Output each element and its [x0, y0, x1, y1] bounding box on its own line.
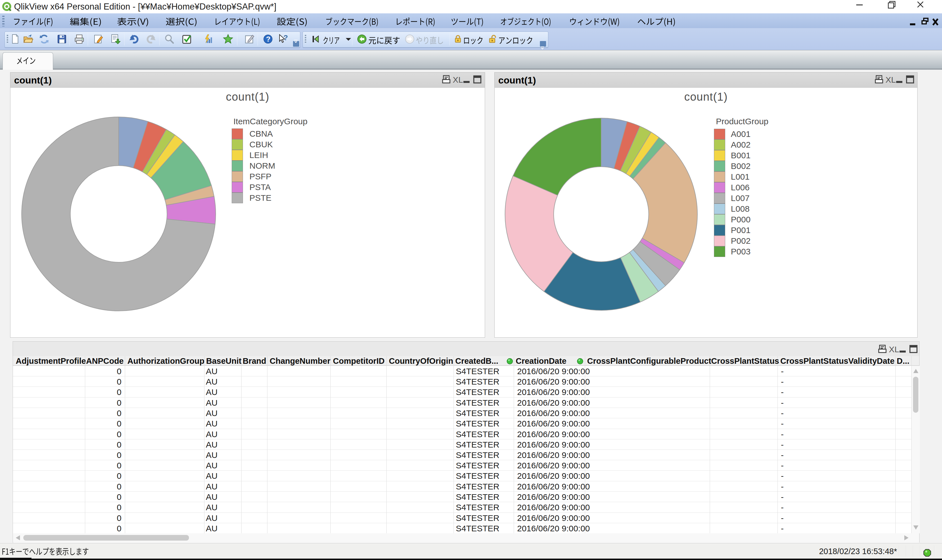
- svg-text:XL: XL: [885, 75, 896, 84]
- svg-text:?: ?: [266, 35, 271, 43]
- svg-text:?: ?: [283, 34, 288, 42]
- svg-text:XL: XL: [453, 75, 463, 84]
- svg-text:XL: XL: [889, 345, 899, 354]
